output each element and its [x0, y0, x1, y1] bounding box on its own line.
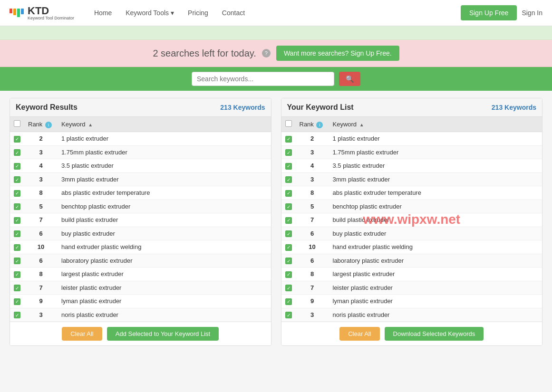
right-row-checkbox[interactable]: [285, 271, 292, 278]
keyword-results-panel: Keyword Results 213 Keywords Rank i: [10, 98, 271, 346]
right-row-checkbox[interactable]: [285, 285, 292, 291]
your-keyword-list-title: Your Keyword List: [287, 103, 354, 112]
table-row: 9 lyman plastic extruder: [281, 295, 542, 308]
row-checkbox[interactable]: [14, 244, 20, 251]
right-clear-all-button[interactable]: Clear All: [339, 327, 379, 341]
signin-button[interactable]: Sign In: [522, 9, 542, 17]
right-row-checkbox[interactable]: [285, 230, 292, 237]
logo-sub-text: Keyword Tool Dominator: [28, 16, 74, 20]
right-row-checkbox[interactable]: [285, 176, 292, 183]
right-row-checkbox[interactable]: [285, 203, 292, 210]
right-keyword-cell: abs plastic extruder temperature: [329, 186, 542, 200]
table-row: 3 3mm plastic extruder: [10, 172, 271, 186]
table-row: 6 buy plastic extruder: [10, 227, 271, 240]
nav-keyword-tools[interactable]: Keyword Tools ▾: [120, 5, 180, 20]
row-checkbox[interactable]: [14, 136, 20, 143]
table-row: 6 buy plastic extruder: [281, 227, 542, 240]
keyword-cell: laboratory plastic extruder: [58, 254, 271, 268]
table-row: 6 laboratory plastic extruder: [281, 254, 542, 268]
rank-cell: 7: [24, 213, 58, 227]
nav-links: Home Keyword Tools ▾ Pricing Contact: [88, 5, 461, 20]
your-keyword-list-scroll[interactable]: www.wipxw.net Rank i Keyword ▲: [281, 117, 542, 322]
search-button[interactable]: 🔍: [339, 72, 360, 86]
right-keyword-cell: 3.5 plastic extruder: [329, 159, 542, 173]
row-checkbox[interactable]: [14, 312, 20, 318]
right-rank-cell: 8: [296, 268, 329, 281]
row-checkbox[interactable]: [14, 230, 20, 237]
row-checkbox[interactable]: [14, 149, 20, 156]
keyword-cell: leister plastic extruder: [58, 281, 271, 295]
right-row-checkbox[interactable]: [285, 244, 292, 251]
download-keywords-button[interactable]: Download Selected Keywords: [385, 327, 484, 341]
keyword-cell: build plastic extruder: [58, 213, 271, 227]
table-row: 4 3.5 plastic extruder: [281, 159, 542, 173]
searches-help-icon[interactable]: ?: [262, 49, 271, 57]
right-keyword-cell: laboratory plastic extruder: [329, 254, 542, 268]
select-all-checkbox[interactable]: [14, 120, 20, 127]
main-content: Keyword Results 213 Keywords Rank i: [0, 91, 552, 353]
keyword-results-table: Rank i Keyword ▲ 2 1 plastic extruder 3 …: [10, 117, 271, 322]
right-row-checkbox[interactable]: [285, 258, 292, 264]
clear-all-button[interactable]: Clear All: [62, 327, 102, 341]
rank-info-icon[interactable]: i: [45, 122, 52, 128]
right-rank-col-label: Rank: [300, 121, 314, 128]
row-checkbox[interactable]: [14, 271, 20, 278]
rank-cell: 2: [24, 132, 58, 146]
row-checkbox[interactable]: [14, 203, 20, 210]
keyword-cell: 1.75mm plastic extruder: [58, 145, 271, 159]
keyword-cell: buy plastic extruder: [58, 227, 271, 240]
right-row-checkbox[interactable]: [285, 149, 292, 156]
row-checkbox[interactable]: [14, 298, 20, 305]
nav-contact[interactable]: Contact: [216, 5, 251, 20]
right-rank-cell: 3: [296, 145, 329, 159]
right-row-checkbox[interactable]: [285, 163, 292, 170]
row-checkbox[interactable]: [14, 163, 20, 170]
table-row: 2 1 plastic extruder: [10, 132, 271, 146]
row-checkbox[interactable]: [14, 258, 20, 264]
logo[interactable]: KTD Keyword Tool Dominator: [10, 6, 74, 20]
nav-home[interactable]: Home: [88, 5, 117, 20]
right-row-checkbox[interactable]: [285, 217, 292, 224]
dropdown-arrow-icon: ▾: [171, 9, 174, 17]
keyword-sort-icon[interactable]: ▲: [88, 122, 93, 127]
table-row: 8 largest plastic extruder: [281, 268, 542, 281]
nav-pricing[interactable]: Pricing: [182, 5, 214, 20]
right-rank-info-icon[interactable]: i: [316, 122, 323, 128]
add-to-list-button[interactable]: Add Selected to Your Keyword List: [107, 327, 219, 341]
right-keyword-cell: lyman plastic extruder: [329, 295, 542, 308]
row-checkbox[interactable]: [14, 285, 20, 291]
search-area: 🔍: [0, 67, 552, 91]
right-row-checkbox[interactable]: [285, 136, 292, 143]
row-checkbox[interactable]: [14, 217, 20, 224]
table-row: 8 abs plastic extruder temperature: [10, 186, 271, 200]
more-searches-button[interactable]: Want more searches? Sign Up Free.: [276, 46, 399, 61]
rank-cell: 8: [24, 186, 58, 200]
right-row-checkbox[interactable]: [285, 312, 292, 318]
right-rank-cell: 7: [296, 281, 329, 295]
right-keyword-cell: buy plastic extruder: [329, 227, 542, 240]
rank-cell: 9: [24, 295, 58, 308]
search-input[interactable]: [192, 72, 334, 86]
table-row: 7 build plastic extruder: [10, 213, 271, 227]
signup-button[interactable]: Sign Up Free: [461, 5, 517, 20]
table-row: 5 benchtop plastic extruder: [10, 200, 271, 213]
row-checkbox[interactable]: [14, 190, 20, 197]
right-keyword-sort-icon[interactable]: ▲: [359, 122, 364, 127]
rank-cell: 5: [24, 200, 58, 213]
right-rank-cell: 3: [296, 172, 329, 186]
keyword-results-header: Keyword Results 213 Keywords: [10, 98, 271, 117]
rank-cell: 10: [24, 240, 58, 254]
keyword-results-scroll[interactable]: Rank i Keyword ▲ 2 1 plastic extruder 3 …: [10, 117, 271, 322]
right-rank-cell: 8: [296, 186, 329, 200]
right-keyword-cell: 3mm plastic extruder: [329, 172, 542, 186]
row-checkbox[interactable]: [14, 176, 20, 183]
right-select-all-checkbox[interactable]: [285, 120, 292, 127]
rank-cell: 6: [24, 227, 58, 240]
keyword-cell: benchtop plastic extruder: [58, 200, 271, 213]
right-row-checkbox[interactable]: [285, 298, 292, 305]
keyword-results-footer: Clear All Add Selected to Your Keyword L…: [10, 322, 271, 345]
nav-right: Sign Up Free Sign In: [461, 5, 542, 20]
table-header-row: Rank i Keyword ▲: [281, 117, 542, 132]
right-rank-cell: 2: [296, 132, 329, 146]
right-row-checkbox[interactable]: [285, 190, 292, 197]
